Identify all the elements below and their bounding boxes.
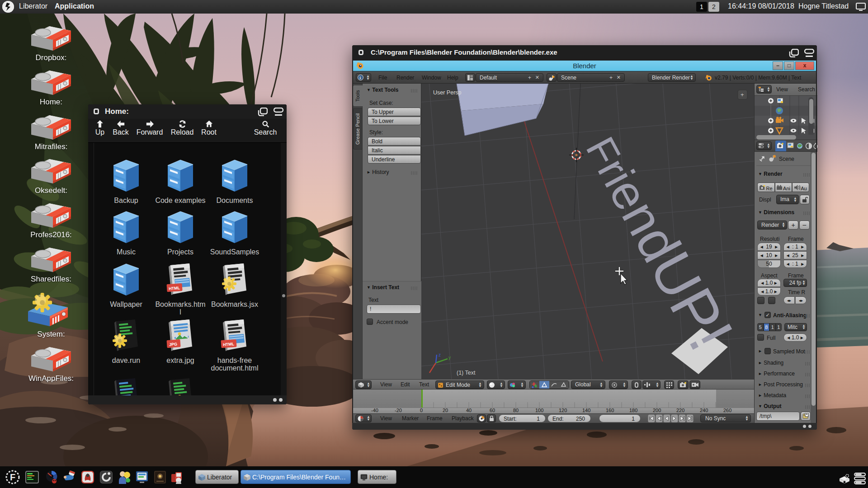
svg-text:z: z bbox=[439, 352, 441, 357]
svg-text:(1) Text: (1) Text bbox=[457, 370, 476, 376]
svg-text:User Persp: User Persp bbox=[433, 89, 462, 96]
svg-text:+: + bbox=[741, 91, 744, 98]
svg-text:JPG: JPG bbox=[169, 342, 178, 347]
svg-text:y: y bbox=[448, 355, 451, 360]
svg-text:F: F bbox=[10, 472, 15, 482]
